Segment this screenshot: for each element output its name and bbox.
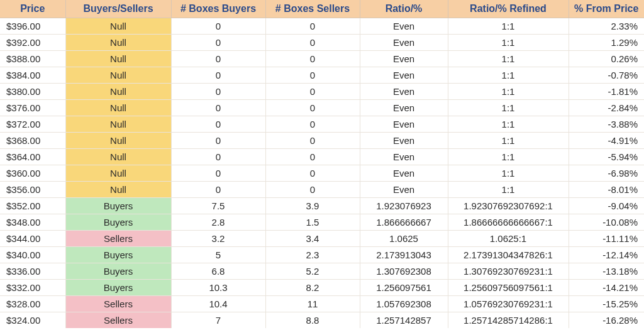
col-header-ratio: Ratio/%: [360, 0, 448, 18]
cell-ratio-refined: 2.17391304347826:1: [448, 247, 569, 263]
cell-pct-from-price: -2.84%: [569, 100, 644, 116]
cell-ratio: Even: [360, 35, 448, 51]
cell-boxes-sellers: 3.4: [265, 231, 360, 247]
cell-pct-from-price: -0.78%: [569, 67, 644, 84]
cell-ratio-refined: 1:1: [448, 84, 569, 100]
cell-buyers-sellers: Null: [65, 116, 171, 133]
col-header-price: Price: [0, 0, 65, 18]
cell-price: $388.00: [0, 51, 65, 67]
cell-buyers-sellers: Null: [65, 18, 171, 35]
cell-boxes-buyers: 5: [171, 247, 265, 263]
cell-ratio-refined: 1:1: [448, 133, 569, 149]
cell-boxes-sellers: 0: [265, 149, 360, 165]
cell-boxes-buyers: 0: [171, 182, 265, 198]
cell-ratio: Even: [360, 67, 448, 84]
cell-boxes-sellers: 0: [265, 84, 360, 100]
table-row: $396.00Null00Even1:12.33%: [0, 18, 644, 35]
cell-ratio-refined: 1:1: [448, 18, 569, 35]
table-row: $340.00Buyers52.32.1739130432.1739130434…: [0, 247, 644, 263]
cell-ratio: 1.0625: [360, 231, 448, 247]
cell-boxes-buyers: 0: [171, 100, 265, 116]
table-row: $352.00Buyers7.53.91.9230769231.92307692…: [0, 198, 644, 214]
cell-boxes-buyers: 0: [171, 165, 265, 182]
cell-pct-from-price: -6.98%: [569, 165, 644, 182]
cell-boxes-buyers: 3.2: [171, 231, 265, 247]
cell-price: $364.00: [0, 149, 65, 165]
cell-pct-from-price: -15.25%: [569, 296, 644, 312]
cell-buyers-sellers: Sellers: [65, 312, 171, 329]
cell-price: $368.00: [0, 133, 65, 149]
cell-pct-from-price: -1.81%: [569, 84, 644, 100]
table-row: $360.00Null00Even1:1-6.98%: [0, 165, 644, 182]
table-row: $348.00Buyers2.81.51.8666666671.86666666…: [0, 214, 644, 231]
col-header-buyers-sellers: Buyers/Sellers: [65, 0, 171, 18]
table-row: $324.00Sellers78.81.2571428571.257142857…: [0, 312, 644, 329]
cell-price: $332.00: [0, 280, 65, 296]
cell-ratio-refined: 1:1: [448, 100, 569, 116]
table-row: $356.00Null00Even1:1-8.01%: [0, 182, 644, 198]
cell-ratio-refined: 1:1: [448, 116, 569, 133]
cell-buyers-sellers: Null: [65, 35, 171, 51]
cell-pct-from-price: -12.14%: [569, 247, 644, 263]
cell-buyers-sellers: Null: [65, 67, 171, 84]
cell-buyers-sellers: Null: [65, 149, 171, 165]
cell-ratio: 1.257142857: [360, 312, 448, 329]
cell-pct-from-price: -8.01%: [569, 182, 644, 198]
table-row: $388.00Null00Even1:10.26%: [0, 51, 644, 67]
cell-pct-from-price: -13.18%: [569, 263, 644, 280]
table-row: $328.00Sellers10.4111.0576923081.0576923…: [0, 296, 644, 312]
cell-boxes-sellers: 0: [265, 67, 360, 84]
cell-ratio-refined: 1.25714285714286:1: [448, 312, 569, 329]
cell-boxes-buyers: 10.3: [171, 280, 265, 296]
cell-pct-from-price: 0.26%: [569, 51, 644, 67]
cell-boxes-sellers: 11: [265, 296, 360, 312]
cell-price: $380.00: [0, 84, 65, 100]
cell-boxes-buyers: 0: [171, 116, 265, 133]
cell-boxes-sellers: 0: [265, 182, 360, 198]
cell-ratio-refined: 1:1: [448, 182, 569, 198]
cell-boxes-sellers: 1.5: [265, 214, 360, 231]
cell-ratio: Even: [360, 149, 448, 165]
cell-pct-from-price: -10.08%: [569, 214, 644, 231]
table-row: $364.00Null00Even1:1-5.94%: [0, 149, 644, 165]
cell-buyers-sellers: Sellers: [65, 231, 171, 247]
cell-price: $348.00: [0, 214, 65, 231]
cell-ratio-refined: 1:1: [448, 149, 569, 165]
cell-buyers-sellers: Sellers: [65, 296, 171, 312]
cell-price: $396.00: [0, 18, 65, 35]
cell-buyers-sellers: Null: [65, 133, 171, 149]
cell-price: $384.00: [0, 67, 65, 84]
cell-price: $376.00: [0, 100, 65, 116]
cell-buyers-sellers: Buyers: [65, 247, 171, 263]
cell-price: $392.00: [0, 35, 65, 51]
cell-ratio-refined: 1.0625:1: [448, 231, 569, 247]
table-row: $368.00Null00Even1:1-4.91%: [0, 133, 644, 149]
cell-ratio: 1.923076923: [360, 198, 448, 214]
cell-price: $344.00: [0, 231, 65, 247]
cell-ratio: 1.057692308: [360, 296, 448, 312]
cell-boxes-buyers: 7: [171, 312, 265, 329]
cell-boxes-buyers: 7.5: [171, 198, 265, 214]
cell-ratio-refined: 1:1: [448, 35, 569, 51]
table-row: $372.00Null00Even1:1-3.88%: [0, 116, 644, 133]
cell-ratio-refined: 1:1: [448, 165, 569, 182]
col-header-boxes-sellers: # Boxes Sellers: [265, 0, 360, 18]
price-ratio-table: Price Buyers/Sellers # Boxes Buyers # Bo…: [0, 0, 644, 328]
cell-boxes-sellers: 0: [265, 18, 360, 35]
cell-boxes-buyers: 10.4: [171, 296, 265, 312]
cell-price: $352.00: [0, 198, 65, 214]
col-header-ratio-refined: Ratio/% Refined: [448, 0, 569, 18]
cell-boxes-sellers: 0: [265, 35, 360, 51]
cell-boxes-buyers: 0: [171, 35, 265, 51]
cell-pct-from-price: 1.29%: [569, 35, 644, 51]
cell-buyers-sellers: Null: [65, 51, 171, 67]
cell-buyers-sellers: Null: [65, 84, 171, 100]
cell-ratio: Even: [360, 165, 448, 182]
cell-ratio-refined: 1.25609756097561:1: [448, 280, 569, 296]
cell-ratio-refined: 1:1: [448, 67, 569, 84]
cell-pct-from-price: -9.04%: [569, 198, 644, 214]
cell-buyers-sellers: Buyers: [65, 263, 171, 280]
cell-ratio: Even: [360, 116, 448, 133]
col-header-boxes-buyers: # Boxes Buyers: [171, 0, 265, 18]
cell-pct-from-price: -16.28%: [569, 312, 644, 329]
